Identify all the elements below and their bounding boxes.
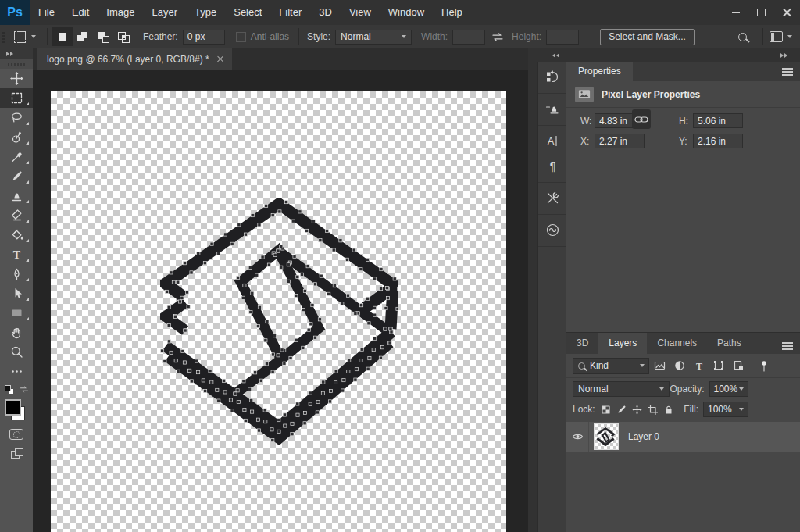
swap-colors-icon[interactable] (20, 385, 29, 394)
lock-position-button[interactable] (632, 405, 642, 415)
tool-path-selection[interactable] (0, 284, 33, 303)
opacity-select[interactable]: 100% (709, 381, 749, 397)
edit-toolbar-button[interactable] (0, 362, 33, 381)
link-dimensions-button[interactable] (632, 109, 651, 129)
creative-cloud-panel-button[interactable] (538, 217, 567, 242)
tab-channels[interactable]: Channels (647, 333, 707, 354)
minimize-button[interactable] (723, 0, 748, 25)
menu-3d[interactable]: 3D (310, 0, 341, 25)
swap-dimensions-icon[interactable] (491, 33, 504, 41)
menu-file[interactable]: File (30, 0, 63, 25)
tool-rectangle-shape[interactable] (0, 303, 33, 323)
quick-mask-button[interactable] (0, 425, 33, 444)
tool-zoom[interactable] (0, 342, 33, 362)
filter-pixel-layers-button[interactable] (651, 357, 669, 374)
history-panel-button[interactable] (538, 64, 567, 89)
brush-tool-icon (10, 170, 23, 183)
menu-filter[interactable]: Filter (270, 0, 310, 25)
foreground-color-swatch[interactable] (5, 399, 21, 416)
lock-pixels-button[interactable] (616, 405, 627, 415)
fill-select[interactable]: 100% (703, 402, 748, 417)
expand-panels-icon[interactable] (780, 53, 788, 58)
filter-smart-objects-button[interactable] (729, 357, 747, 374)
tab-3d[interactable]: 3D (566, 333, 598, 354)
panel-menu-icon[interactable] (782, 342, 793, 344)
menu-image[interactable]: Image (98, 0, 143, 25)
lock-artboard-button[interactable] (648, 405, 658, 415)
paragraph-panel-button[interactable]: ¶ (538, 153, 567, 178)
intersect-selection-button[interactable] (113, 27, 134, 46)
tab-layers[interactable]: Layers (598, 333, 647, 354)
feather-input[interactable] (183, 30, 225, 45)
clone-source-panel-button[interactable] (538, 96, 567, 121)
document-tab[interactable]: logo.png @ 66.7% (Layer 0, RGB/8#) * (38, 48, 232, 70)
select-and-mask-button[interactable]: Select and Mask... (600, 29, 695, 45)
style-select[interactable]: Normal (335, 30, 412, 45)
blend-mode-select[interactable]: Normal (573, 381, 670, 397)
new-selection-button[interactable] (52, 27, 73, 46)
tools-panel-header[interactable] (0, 48, 33, 59)
layer-thumbnail[interactable] (594, 423, 619, 450)
filter-type-layers-button[interactable]: T (690, 357, 708, 374)
search-icon (738, 33, 747, 41)
maximize-icon (757, 9, 766, 16)
filter-shape-layers-button[interactable] (709, 357, 727, 374)
tab-paths[interactable]: Paths (707, 333, 752, 354)
tool-clone-stamp[interactable] (0, 186, 33, 205)
tab-properties[interactable]: Properties (566, 62, 633, 81)
menu-help[interactable]: Help (433, 0, 471, 25)
menu-type[interactable]: Type (186, 0, 225, 25)
lock-all-button[interactable] (663, 405, 673, 415)
canvas-pasteboard[interactable] (33, 70, 528, 532)
y-property-input[interactable] (693, 134, 743, 148)
character-panel-button[interactable]: A (538, 128, 567, 153)
tool-presets-panel-button[interactable] (538, 185, 567, 210)
menu-select[interactable]: Select (225, 0, 270, 25)
tool-brush[interactable] (0, 166, 33, 186)
panel-menu-icon[interactable] (782, 68, 793, 70)
tool-move[interactable] (0, 69, 33, 88)
app-logo[interactable]: Ps (0, 0, 30, 25)
tool-preset-picker[interactable] (5, 31, 42, 43)
document-canvas[interactable] (51, 91, 506, 532)
tools-panel-grip[interactable] (0, 59, 33, 69)
screen-mode-button[interactable] (0, 444, 33, 462)
add-to-selection-button[interactable] (73, 27, 93, 46)
filter-toggle-button[interactable] (755, 357, 773, 374)
tool-type[interactable]: T (0, 245, 33, 264)
menu-layer[interactable]: Layer (144, 0, 187, 25)
filter-kind-select[interactable]: Kind (573, 358, 649, 374)
height-property-input[interactable] (693, 113, 743, 128)
lock-transparency-button[interactable] (601, 405, 611, 415)
workspace-switcher[interactable] (770, 31, 792, 42)
tool-quick-selection[interactable] (0, 127, 33, 147)
subtract-from-selection-button[interactable] (93, 27, 113, 46)
height-input[interactable] (546, 30, 579, 45)
default-colors-icon[interactable] (5, 385, 13, 394)
layer-visibility-toggle[interactable] (566, 422, 589, 452)
menu-edit[interactable]: Edit (63, 0, 98, 25)
menu-window[interactable]: Window (380, 0, 433, 25)
tool-eraser[interactable] (0, 205, 33, 225)
tool-paint-bucket[interactable] (0, 225, 33, 245)
antialias-checkbox[interactable] (236, 32, 246, 42)
tool-hand[interactable] (0, 323, 33, 342)
logo-artwork[interactable] (160, 198, 398, 445)
close-button[interactable] (774, 0, 800, 25)
width-label: Width: (421, 31, 448, 42)
layer-row[interactable]: Layer 0 (566, 422, 800, 452)
x-property-input[interactable] (595, 134, 645, 148)
tool-rectangular-marquee[interactable] (0, 88, 33, 108)
width-input[interactable] (452, 30, 485, 45)
tab-close-icon[interactable] (217, 56, 224, 63)
tool-eyedropper[interactable] (0, 147, 33, 166)
tool-pen[interactable] (0, 264, 33, 284)
collapse-panels-icon[interactable] (552, 53, 559, 58)
tool-lasso[interactable] (0, 108, 33, 127)
quick-mask-icon (9, 429, 23, 440)
search-button[interactable] (738, 33, 747, 41)
maximize-button[interactable] (748, 0, 774, 25)
menu-view[interactable]: View (341, 0, 380, 25)
filter-adjustment-layers-button[interactable] (670, 357, 688, 374)
layer-name[interactable]: Layer 0 (628, 431, 659, 442)
